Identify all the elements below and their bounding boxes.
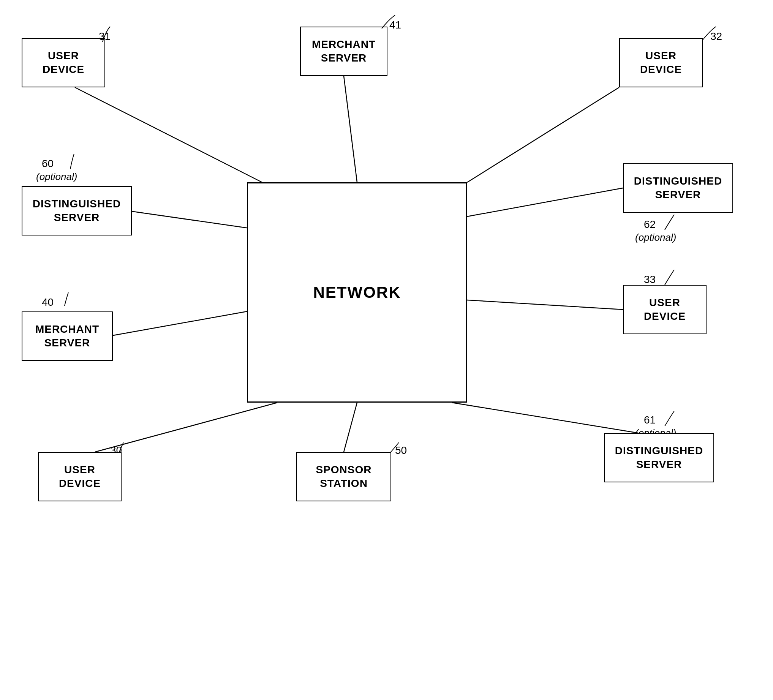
ref-41-arrow: [374, 12, 405, 30]
svg-line-5: [109, 311, 247, 336]
ref-60-arrow: [49, 150, 80, 171]
user-device-30-label: USERDEVICE: [59, 463, 101, 491]
svg-line-4: [467, 188, 623, 217]
svg-line-2: [467, 87, 619, 182]
user-device-33: USERDEVICE: [623, 285, 707, 334]
svg-line-1: [344, 76, 357, 182]
ref-62-optional: (optional): [635, 232, 676, 243]
distinguished-server-60-label: DISTINGUISHEDSERVER: [33, 197, 121, 225]
merchant-server-40: MERCHANTSERVER: [21, 311, 113, 361]
sponsor-station-50-label: SPONSORSTATION: [316, 463, 372, 491]
ref-33-arrow: [653, 266, 684, 287]
user-device-30: USERDEVICE: [38, 452, 122, 501]
network-label: NETWORK: [313, 283, 401, 302]
ref-32-arrow: [695, 23, 725, 42]
merchant-server-40-label: MERCHANTSERVER: [35, 322, 99, 350]
merchant-server-41-label: MERCHANTSERVER: [312, 38, 376, 65]
ref-61-arrow: [653, 407, 684, 428]
merchant-server-41: MERCHANTSERVER: [300, 26, 387, 76]
svg-line-9: [452, 403, 638, 433]
diagram-container: NETWORK USERDEVICE 31 MERCHANTSERVER 41 …: [0, 0, 773, 700]
svg-line-6: [467, 300, 623, 309]
user-device-31-label: USERDEVICE: [43, 49, 84, 77]
distinguished-server-60: DISTINGUISHEDSERVER: [21, 186, 132, 235]
user-device-32-label: USERDEVICE: [640, 49, 682, 77]
sponsor-station-50: SPONSORSTATION: [296, 452, 391, 501]
ref-62-arrow: [653, 211, 684, 232]
user-device-33-label: USERDEVICE: [644, 296, 686, 324]
ref-60-optional: (optional): [36, 171, 77, 183]
distinguished-server-61-label: DISTINGUISHEDSERVER: [615, 444, 703, 472]
network-center-box: NETWORK: [247, 182, 467, 403]
distinguished-server-62: DISTINGUISHEDSERVER: [623, 163, 733, 213]
svg-line-8: [344, 403, 357, 452]
svg-line-0: [75, 87, 262, 182]
distinguished-server-61: DISTINGUISHEDSERVER: [604, 433, 714, 482]
user-device-32: USERDEVICE: [619, 38, 703, 87]
ref-31-arrow: [84, 23, 114, 46]
svg-line-3: [128, 211, 247, 228]
ref-40-arrow: [48, 289, 74, 308]
distinguished-server-62-label: DISTINGUISHEDSERVER: [634, 174, 722, 202]
